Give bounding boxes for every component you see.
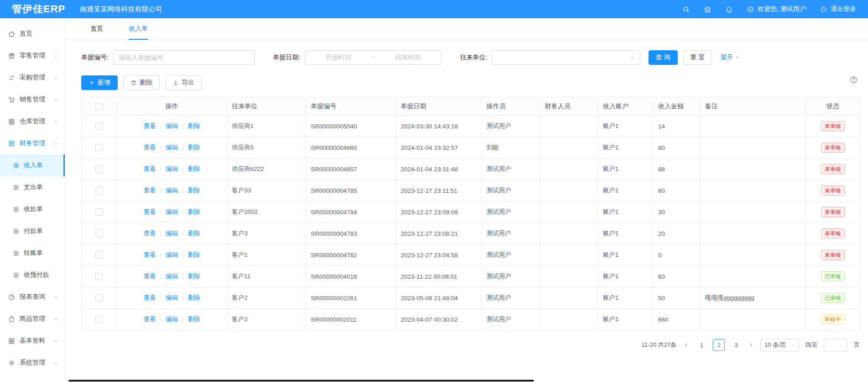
bill-no-input[interactable]: [113, 50, 255, 65]
page-button-3[interactable]: 3: [730, 339, 742, 351]
edit-link[interactable]: 编辑: [166, 316, 178, 323]
edit-link[interactable]: 编辑: [166, 122, 178, 129]
sidebar-item-基本资料[interactable]: 基本资料: [0, 330, 65, 352]
delete-link[interactable]: 删除: [188, 316, 200, 323]
date-range-picker[interactable]: 开始时间 ~ 结束时间: [305, 50, 442, 65]
row-checkbox[interactable]: [95, 316, 103, 323]
reset-button[interactable]: 重 置: [683, 50, 712, 65]
cell-partner: 供应商1: [227, 116, 306, 137]
delete-link[interactable]: 删除: [188, 273, 200, 280]
view-link[interactable]: 查看: [143, 187, 156, 194]
partner-select[interactable]: [492, 50, 640, 65]
view-link[interactable]: 查看: [143, 208, 156, 215]
row-checkbox[interactable]: [95, 294, 103, 302]
row-checkbox[interactable]: [95, 230, 103, 237]
sidebar-item-销售管理[interactable]: 销售管理: [0, 89, 65, 111]
cell-date: 2023-12-27 23:08:21: [396, 223, 482, 244]
select-all-checkbox[interactable]: [95, 103, 103, 110]
delete-link[interactable]: 删除: [188, 165, 200, 172]
edit-link[interactable]: 编辑: [166, 165, 178, 172]
sidebar-item-报表查询[interactable]: 报表查询: [0, 286, 65, 308]
jump-page-input[interactable]: [824, 339, 847, 351]
sidebar-item-采购管理[interactable]: 采购管理: [0, 67, 65, 89]
cell-operator: 测试用户: [482, 202, 540, 223]
table-row: 查看|编辑|删除客户11SR000000040162023-11-22 00:0…: [82, 266, 860, 287]
sidebar-subitem-转账单[interactable]: 转账单: [0, 242, 65, 264]
grid-icon: [8, 337, 16, 345]
row-checkbox[interactable]: [95, 251, 103, 259]
add-button[interactable]: 新增: [81, 75, 118, 90]
page-button-2[interactable]: 2: [713, 339, 725, 351]
help-icon[interactable]: [849, 75, 858, 84]
delete-button[interactable]: 删除: [123, 75, 160, 90]
sidebar-subitem-收款单[interactable]: 收款单: [0, 198, 65, 220]
view-link[interactable]: 查看: [143, 230, 156, 237]
tab-home[interactable]: 首页: [90, 18, 103, 40]
row-checkbox[interactable]: [95, 165, 103, 173]
export-button[interactable]: 导出: [165, 75, 202, 90]
view-link[interactable]: 查看: [143, 316, 156, 323]
cell-partner: 客户2: [227, 309, 306, 330]
edit-link[interactable]: 编辑: [166, 230, 178, 237]
cell-bill-no: SR00000002261: [306, 287, 396, 309]
cell-operator: 测试用户: [482, 159, 540, 180]
tab-income-bill[interactable]: 收入单: [129, 18, 148, 40]
delete-link[interactable]: 删除: [188, 122, 200, 129]
user-welcome[interactable]: 欢迎您, 测试用户: [747, 5, 806, 13]
page-button-1[interactable]: 1: [695, 339, 707, 351]
view-link[interactable]: 查看: [143, 122, 156, 129]
row-checkbox[interactable]: [95, 208, 103, 216]
delete-link[interactable]: 删除: [188, 208, 200, 215]
horizontal-scrollbar-thumb[interactable]: [68, 380, 534, 382]
row-checkbox[interactable]: [95, 122, 103, 130]
row-checkbox[interactable]: [95, 273, 103, 280]
edit-link[interactable]: 编辑: [166, 144, 178, 151]
edit-link[interactable]: 编辑: [166, 251, 178, 258]
cell-bill-no: SR00000002011: [306, 309, 396, 330]
logout-button[interactable]: 退出登录: [820, 5, 856, 13]
delete-link[interactable]: 删除: [188, 251, 200, 258]
sidebar-item-零售管理[interactable]: 零售管理: [0, 45, 65, 67]
cell-finance: [540, 202, 598, 223]
edit-link[interactable]: 编辑: [166, 294, 178, 301]
delete-link[interactable]: 删除: [188, 144, 200, 151]
sidebar-subitem-付款单[interactable]: 付款单: [0, 220, 65, 242]
bank-icon[interactable]: [704, 5, 711, 13]
sidebar-item-首页[interactable]: 首页: [0, 23, 65, 45]
sidebar-item-系统管理[interactable]: 系统管理: [0, 352, 65, 374]
jump-suffix: 页: [854, 341, 860, 349]
edit-link[interactable]: 编辑: [166, 187, 178, 194]
expand-link[interactable]: 展开: [720, 53, 740, 62]
edit-link[interactable]: 编辑: [166, 208, 178, 215]
view-link[interactable]: 查看: [143, 251, 156, 258]
cell-remark: [701, 180, 806, 202]
search-button[interactable]: 查 询: [648, 50, 678, 65]
sidebar-menu: 首页零售管理采购管理销售管理仓库管理财务管理收入单支出单收款单付款单转账单收预付…: [0, 18, 65, 382]
sidebar-item-财务管理[interactable]: 财务管理: [0, 133, 65, 154]
cell-account: 账户1: [598, 309, 654, 330]
sidebar-item-商品管理[interactable]: 商品管理: [0, 308, 65, 330]
sidebar-item-仓库管理[interactable]: 仓库管理: [0, 111, 65, 133]
search-icon[interactable]: [682, 5, 690, 13]
sidebar-item-label: 收预付款: [24, 271, 49, 279]
cell-date: 2023-12-27 23:04:58: [396, 244, 482, 266]
sidebar-subitem-收入单[interactable]: 收入单: [0, 154, 65, 176]
next-page-icon[interactable]: [748, 342, 754, 348]
prev-page-icon[interactable]: [684, 342, 689, 348]
edit-link[interactable]: 编辑: [166, 273, 178, 280]
delete-link[interactable]: 删除: [188, 230, 200, 237]
view-link[interactable]: 查看: [143, 273, 156, 280]
jump-label: 跳至: [805, 341, 817, 349]
view-link[interactable]: 查看: [143, 144, 156, 151]
sidebar-subitem-收预付款[interactable]: 收预付款: [0, 264, 65, 286]
delete-link[interactable]: 删除: [188, 187, 200, 194]
view-link[interactable]: 查看: [143, 294, 156, 301]
page-size-select[interactable]: 10 条/页: [760, 339, 799, 351]
view-link[interactable]: 查看: [143, 165, 156, 172]
cart-icon: [8, 96, 16, 104]
sidebar-subitem-支出单[interactable]: 支出单: [0, 176, 65, 198]
row-checkbox[interactable]: [95, 187, 103, 194]
bell-icon[interactable]: [725, 5, 733, 13]
row-checkbox[interactable]: [95, 144, 103, 151]
delete-link[interactable]: 删除: [188, 294, 200, 301]
